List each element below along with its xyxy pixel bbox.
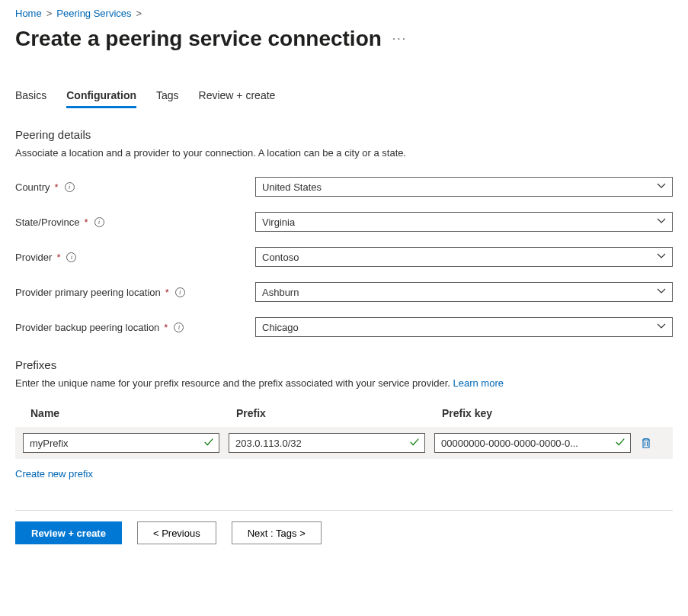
learn-more-link[interactable]: Learn more — [453, 377, 503, 389]
create-new-prefix-link[interactable]: Create new prefix — [15, 468, 93, 480]
prefix-name-value: myPrefix — [30, 438, 203, 449]
prefix-table-header: Name Prefix Prefix key — [15, 407, 673, 427]
chevron-down-icon — [657, 322, 666, 333]
label-country: Country — [15, 181, 50, 193]
delete-prefix-button[interactable] — [640, 437, 652, 449]
info-icon[interactable]: i — [175, 287, 185, 297]
label-state: State/Province — [15, 217, 80, 228]
section-description-prefixes: Enter the unique name for your prefix re… — [15, 377, 673, 389]
breadcrumb: Home > Peering Services > — [15, 8, 673, 19]
col-header-key: Prefix key — [442, 407, 665, 419]
chevron-right-icon: > — [136, 8, 142, 19]
label-provider: Provider — [15, 252, 52, 263]
previous-button[interactable]: < Previous — [137, 521, 216, 544]
check-icon — [203, 437, 214, 450]
col-header-name: Name — [30, 407, 236, 419]
chevron-down-icon — [657, 181, 666, 193]
required-asterisk: * — [56, 252, 60, 263]
select-state[interactable]: Virginia — [255, 212, 673, 232]
select-primary-location-value: Ashburn — [262, 287, 299, 298]
tabs: Basics Configuration Tags Review + creat… — [15, 89, 673, 108]
prefix-table: Name Prefix Prefix key myPrefix 203.0.11… — [15, 407, 673, 459]
info-icon[interactable]: i — [65, 182, 75, 192]
info-icon[interactable]: i — [66, 252, 76, 262]
label-backup-location: Provider backup peering location — [15, 322, 159, 333]
section-heading-peering-details: Peering details — [15, 128, 673, 141]
table-row: myPrefix 203.0.113.0/32 00000000-0000-00… — [15, 427, 673, 459]
chevron-right-icon: > — [46, 8, 53, 19]
label-primary-location: Provider primary peering location — [15, 287, 161, 298]
select-country-value: United States — [262, 181, 322, 193]
prefix-value-input[interactable]: 203.0.113.0/32 — [229, 433, 425, 453]
select-country[interactable]: United States — [255, 177, 673, 197]
tab-basics[interactable]: Basics — [15, 89, 46, 108]
select-primary-location[interactable]: Ashburn — [255, 282, 673, 302]
select-provider[interactable]: Contoso — [255, 247, 673, 267]
select-provider-value: Contoso — [262, 252, 299, 263]
prefix-key-value: 00000000-0000-0000-0000-0... — [441, 438, 615, 449]
chevron-down-icon — [657, 217, 666, 228]
check-icon — [615, 437, 626, 450]
review-create-button[interactable]: Review + create — [15, 521, 122, 544]
required-asterisk: * — [55, 181, 59, 193]
section-description-peering-details: Associate a location and a provider to y… — [15, 147, 673, 159]
breadcrumb-peering-services[interactable]: Peering Services — [56, 8, 131, 19]
section-heading-prefixes: Prefixes — [15, 358, 673, 371]
select-backup-location-value: Chicago — [262, 322, 299, 333]
select-backup-location[interactable]: Chicago — [255, 317, 673, 337]
tab-review-create[interactable]: Review + create — [199, 89, 276, 108]
prefix-name-input[interactable]: myPrefix — [23, 433, 219, 453]
tab-configuration[interactable]: Configuration — [66, 89, 136, 108]
chevron-down-icon — [657, 287, 666, 298]
footer-actions: Review + create < Previous Next : Tags > — [15, 510, 673, 544]
prefix-value: 203.0.113.0/32 — [235, 438, 409, 449]
info-icon[interactable]: i — [174, 322, 184, 332]
prefix-key-input[interactable]: 00000000-0000-0000-0000-0... — [434, 433, 631, 453]
info-icon[interactable]: i — [94, 217, 104, 227]
more-actions-button[interactable]: ··· — [392, 32, 407, 46]
next-button[interactable]: Next : Tags > — [232, 521, 322, 544]
select-state-value: Virginia — [262, 217, 295, 228]
required-asterisk: * — [85, 217, 88, 228]
required-asterisk: * — [164, 322, 168, 333]
col-header-prefix: Prefix — [236, 407, 442, 419]
page-title: Create a peering service connection — [15, 27, 382, 51]
required-asterisk: * — [165, 287, 169, 298]
check-icon — [409, 437, 420, 450]
tab-tags[interactable]: Tags — [156, 89, 179, 108]
chevron-down-icon — [657, 252, 666, 263]
breadcrumb-home[interactable]: Home — [15, 8, 42, 19]
